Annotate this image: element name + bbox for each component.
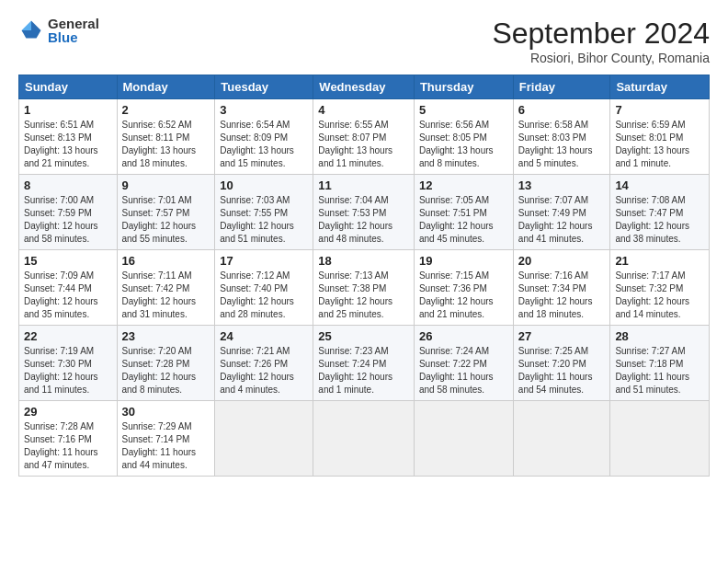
day-number: 1 bbox=[24, 103, 112, 117]
day-cell-26: 26 Sunrise: 7:24 AMSunset: 7:22 PMDaylig… bbox=[414, 326, 513, 401]
day-info: Sunrise: 6:55 AMSunset: 8:07 PMDaylight:… bbox=[318, 120, 392, 168]
calendar-table: Sunday Monday Tuesday Wednesday Thursday… bbox=[18, 75, 710, 477]
col-tuesday: Tuesday bbox=[215, 75, 313, 99]
day-info: Sunrise: 7:28 AMSunset: 7:16 PMDaylight:… bbox=[24, 421, 98, 470]
day-number: 23 bbox=[122, 329, 210, 343]
empty-cell bbox=[414, 401, 513, 477]
day-cell-28: 28 Sunrise: 7:27 AMSunset: 7:18 PMDaylig… bbox=[610, 326, 710, 401]
day-info: Sunrise: 7:19 AMSunset: 7:30 PMDaylight:… bbox=[24, 346, 98, 395]
location-subtitle: Rosiori, Bihor County, Romania bbox=[492, 51, 710, 65]
day-info: Sunrise: 7:21 AMSunset: 7:26 PMDaylight:… bbox=[220, 346, 294, 395]
title-area: September 2024 Rosiori, Bihor County, Ro… bbox=[492, 17, 710, 65]
day-cell-15: 15 Sunrise: 7:09 AMSunset: 7:44 PMDaylig… bbox=[19, 250, 118, 326]
day-number: 11 bbox=[318, 178, 409, 192]
day-number: 22 bbox=[24, 329, 112, 343]
day-info: Sunrise: 7:23 AMSunset: 7:24 PMDaylight:… bbox=[318, 346, 392, 395]
calendar-row-1: 1 Sunrise: 6:51 AMSunset: 8:13 PMDayligh… bbox=[19, 99, 710, 175]
empty-cell bbox=[610, 401, 710, 477]
day-cell-29: 29 Sunrise: 7:28 AMSunset: 7:16 PMDaylig… bbox=[19, 401, 118, 477]
day-cell-2: 2 Sunrise: 6:52 AMSunset: 8:11 PMDayligh… bbox=[117, 99, 215, 175]
day-number: 20 bbox=[518, 254, 606, 268]
day-number: 12 bbox=[419, 178, 508, 192]
day-info: Sunrise: 6:54 AMSunset: 8:09 PMDaylight:… bbox=[220, 120, 294, 168]
day-number: 15 bbox=[24, 254, 112, 268]
day-cell-10: 10 Sunrise: 7:03 AMSunset: 7:55 PMDaylig… bbox=[215, 175, 313, 250]
day-number: 7 bbox=[615, 103, 704, 117]
day-cell-30: 30 Sunrise: 7:29 AMSunset: 7:14 PMDaylig… bbox=[117, 401, 215, 477]
col-friday: Friday bbox=[513, 75, 610, 99]
day-number: 9 bbox=[122, 178, 210, 192]
day-info: Sunrise: 7:08 AMSunset: 7:47 PMDaylight:… bbox=[615, 195, 689, 244]
day-info: Sunrise: 7:01 AMSunset: 7:57 PMDaylight:… bbox=[122, 195, 197, 244]
empty-cell bbox=[313, 401, 415, 477]
day-number: 28 bbox=[615, 329, 704, 343]
col-wednesday: Wednesday bbox=[313, 75, 415, 99]
day-number: 5 bbox=[419, 103, 508, 117]
day-info: Sunrise: 7:11 AMSunset: 7:42 PMDaylight:… bbox=[122, 270, 197, 319]
day-info: Sunrise: 7:09 AMSunset: 7:44 PMDaylight:… bbox=[24, 270, 98, 319]
day-number: 10 bbox=[220, 178, 308, 192]
col-monday: Monday bbox=[117, 75, 215, 99]
day-cell-6: 6 Sunrise: 6:58 AMSunset: 8:03 PMDayligh… bbox=[513, 99, 610, 175]
day-cell-9: 9 Sunrise: 7:01 AMSunset: 7:57 PMDayligh… bbox=[117, 175, 215, 250]
day-cell-11: 11 Sunrise: 7:04 AMSunset: 7:53 PMDaylig… bbox=[313, 175, 415, 250]
calendar-row-5: 29 Sunrise: 7:28 AMSunset: 7:16 PMDaylig… bbox=[19, 401, 710, 477]
day-info: Sunrise: 7:07 AMSunset: 7:49 PMDaylight:… bbox=[518, 195, 593, 244]
day-cell-3: 3 Sunrise: 6:54 AMSunset: 8:09 PMDayligh… bbox=[215, 99, 313, 175]
col-thursday: Thursday bbox=[414, 75, 513, 99]
day-number: 26 bbox=[419, 329, 508, 343]
empty-cell bbox=[513, 401, 610, 477]
empty-cell bbox=[215, 401, 313, 477]
day-info: Sunrise: 7:12 AMSunset: 7:40 PMDaylight:… bbox=[220, 270, 294, 319]
col-sunday: Sunday bbox=[19, 75, 118, 99]
day-info: Sunrise: 7:13 AMSunset: 7:38 PMDaylight:… bbox=[318, 270, 392, 319]
col-saturday: Saturday bbox=[610, 75, 710, 99]
day-info: Sunrise: 7:24 AMSunset: 7:22 PMDaylight:… bbox=[419, 346, 494, 395]
day-info: Sunrise: 6:51 AMSunset: 8:13 PMDaylight:… bbox=[24, 120, 98, 168]
svg-marker-2 bbox=[22, 30, 41, 38]
day-cell-4: 4 Sunrise: 6:55 AMSunset: 8:07 PMDayligh… bbox=[313, 99, 415, 175]
logo-general-text: General bbox=[48, 17, 99, 30]
day-cell-14: 14 Sunrise: 7:08 AMSunset: 7:47 PMDaylig… bbox=[610, 175, 710, 250]
day-info: Sunrise: 7:03 AMSunset: 7:55 PMDaylight:… bbox=[220, 195, 294, 244]
day-number: 4 bbox=[318, 103, 409, 117]
day-info: Sunrise: 7:17 AMSunset: 7:32 PMDaylight:… bbox=[615, 270, 689, 319]
day-info: Sunrise: 7:25 AMSunset: 7:20 PMDaylight:… bbox=[518, 346, 593, 395]
day-number: 8 bbox=[24, 178, 112, 192]
day-info: Sunrise: 7:20 AMSunset: 7:28 PMDaylight:… bbox=[122, 346, 197, 395]
day-info: Sunrise: 7:27 AMSunset: 7:18 PMDaylight:… bbox=[615, 346, 689, 395]
svg-marker-0 bbox=[31, 21, 41, 31]
day-number: 24 bbox=[220, 329, 308, 343]
logo-blue-text: Blue bbox=[48, 30, 99, 44]
day-number: 3 bbox=[220, 103, 308, 117]
day-info: Sunrise: 7:15 AMSunset: 7:36 PMDaylight:… bbox=[419, 270, 494, 319]
day-cell-27: 27 Sunrise: 7:25 AMSunset: 7:20 PMDaylig… bbox=[513, 326, 610, 401]
day-cell-22: 22 Sunrise: 7:19 AMSunset: 7:30 PMDaylig… bbox=[19, 326, 118, 401]
day-number: 25 bbox=[318, 329, 409, 343]
day-cell-23: 23 Sunrise: 7:20 AMSunset: 7:28 PMDaylig… bbox=[117, 326, 215, 401]
calendar-row-4: 22 Sunrise: 7:19 AMSunset: 7:30 PMDaylig… bbox=[19, 326, 710, 401]
calendar-row-2: 8 Sunrise: 7:00 AMSunset: 7:59 PMDayligh… bbox=[19, 175, 710, 250]
day-number: 27 bbox=[518, 329, 606, 343]
day-info: Sunrise: 6:56 AMSunset: 8:05 PMDaylight:… bbox=[419, 120, 494, 168]
day-info: Sunrise: 6:59 AMSunset: 8:01 PMDaylight:… bbox=[615, 120, 689, 168]
day-number: 19 bbox=[419, 254, 508, 268]
logo-text: General Blue bbox=[48, 17, 99, 44]
day-cell-24: 24 Sunrise: 7:21 AMSunset: 7:26 PMDaylig… bbox=[215, 326, 313, 401]
day-cell-12: 12 Sunrise: 7:05 AMSunset: 7:51 PMDaylig… bbox=[414, 175, 513, 250]
calendar-row-3: 15 Sunrise: 7:09 AMSunset: 7:44 PMDaylig… bbox=[19, 250, 710, 326]
day-number: 13 bbox=[518, 178, 606, 192]
day-info: Sunrise: 6:58 AMSunset: 8:03 PMDaylight:… bbox=[518, 120, 593, 168]
day-number: 29 bbox=[24, 405, 112, 419]
day-cell-7: 7 Sunrise: 6:59 AMSunset: 8:01 PMDayligh… bbox=[610, 99, 710, 175]
day-number: 18 bbox=[318, 254, 409, 268]
day-cell-5: 5 Sunrise: 6:56 AMSunset: 8:05 PMDayligh… bbox=[414, 99, 513, 175]
day-cell-13: 13 Sunrise: 7:07 AMSunset: 7:49 PMDaylig… bbox=[513, 175, 610, 250]
day-number: 6 bbox=[518, 103, 606, 117]
day-number: 14 bbox=[615, 178, 704, 192]
header: General Blue September 2024 Rosiori, Bih… bbox=[18, 17, 710, 65]
day-cell-20: 20 Sunrise: 7:16 AMSunset: 7:34 PMDaylig… bbox=[513, 250, 610, 326]
day-info: Sunrise: 7:05 AMSunset: 7:51 PMDaylight:… bbox=[419, 195, 494, 244]
day-number: 16 bbox=[122, 254, 210, 268]
day-cell-16: 16 Sunrise: 7:11 AMSunset: 7:42 PMDaylig… bbox=[117, 250, 215, 326]
